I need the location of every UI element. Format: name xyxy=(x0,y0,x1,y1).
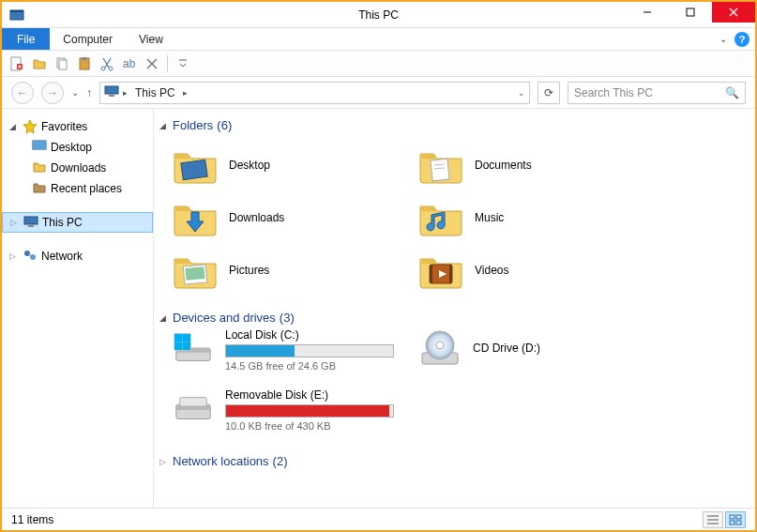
section-label: Devices and drives xyxy=(173,311,276,325)
svg-rect-35 xyxy=(449,265,452,283)
folder-label: Music xyxy=(475,211,504,224)
content-pane: ◢ Folders (6) Desktop Documents xyxy=(154,109,755,508)
chevron-right-icon[interactable]: ▸ xyxy=(183,88,188,98)
collapse-icon[interactable]: ◢ xyxy=(159,121,169,130)
tree-label: Favorites xyxy=(41,120,87,133)
help-icon[interactable]: ? xyxy=(734,32,749,47)
search-box[interactable]: Search This PC 🔍 xyxy=(568,82,746,104)
app-icon xyxy=(9,8,24,23)
tiles-view-button[interactable] xyxy=(725,511,746,528)
tree-favorites[interactable]: ◢ Favorites xyxy=(2,116,153,137)
section-count: (6) xyxy=(217,118,232,132)
folder-label: Desktop xyxy=(229,159,270,172)
capacity-bar xyxy=(225,404,394,418)
copy-icon[interactable] xyxy=(54,56,69,71)
section-label: Folders xyxy=(173,118,213,132)
this-pc-icon xyxy=(23,214,38,232)
file-tab[interactable]: File xyxy=(2,28,50,50)
svg-rect-22 xyxy=(24,217,38,224)
navigation-pane: ◢ Favorites Desktop Downloads Recent p xyxy=(2,109,154,508)
ribbon: File Computer View ⌄ ? xyxy=(2,28,755,51)
statusbar: 11 items xyxy=(2,508,755,530)
close-button[interactable] xyxy=(712,2,755,23)
breadcrumb-this-pc[interactable]: This PC xyxy=(131,86,179,99)
downloads-icon xyxy=(32,160,47,177)
rename-icon[interactable]: ab xyxy=(122,56,137,71)
capacity-bar xyxy=(225,344,394,357)
folder-downloads[interactable]: Downloads xyxy=(173,194,407,241)
collapse-icon[interactable]: ◢ xyxy=(9,122,19,131)
tree-network[interactable]: ▷ Network xyxy=(2,246,153,266)
address-bar[interactable]: ▸ This PC ▸ ⌄ xyxy=(99,82,530,104)
expand-icon[interactable]: ▷ xyxy=(159,457,169,466)
expand-icon[interactable]: ▷ xyxy=(9,251,19,261)
tree-label: Desktop xyxy=(51,141,92,154)
folder-videos[interactable]: Videos xyxy=(418,247,653,294)
folder-icon xyxy=(418,251,463,289)
svg-rect-27 xyxy=(181,160,207,179)
up-button[interactable]: ↑ xyxy=(86,86,92,99)
tab-computer[interactable]: Computer xyxy=(50,28,126,50)
folder-documents[interactable]: Documents xyxy=(418,142,653,189)
section-devices[interactable]: ◢ Devices and drives (3) xyxy=(159,307,746,328)
ribbon-expand-icon[interactable]: ⌄ xyxy=(719,34,727,44)
cut-icon[interactable] xyxy=(99,56,114,71)
drive-removable-e[interactable]: Removable Disk (E:) 10.0 KB free of 430 … xyxy=(159,388,394,441)
quick-access-toolbar: ab xyxy=(2,51,755,77)
drive-free-text: 10.0 KB free of 430 KB xyxy=(225,420,394,432)
this-pc-icon xyxy=(104,84,119,101)
svg-rect-54 xyxy=(736,515,741,519)
search-placeholder: Search This PC xyxy=(574,86,653,99)
hard-drive-icon xyxy=(173,328,214,368)
tree-label: Network xyxy=(41,250,83,263)
svg-point-46 xyxy=(436,342,444,349)
expand-icon[interactable]: ▷ xyxy=(10,218,20,227)
section-network-locations[interactable]: ▷ Network locations (2) xyxy=(159,450,746,472)
tree-item-downloads[interactable]: Downloads xyxy=(2,158,153,178)
folder-label: Videos xyxy=(475,264,508,277)
drive-cd-d[interactable]: CD Drive (D:) xyxy=(405,328,640,381)
drive-local-disk-c[interactable]: Local Disk (C:) 14.5 GB free of 24.6 GB xyxy=(159,328,394,381)
folder-music[interactable]: Music xyxy=(418,194,653,241)
drive-name: Removable Disk (E:) xyxy=(225,388,394,402)
capacity-fill xyxy=(226,345,295,357)
details-view-button[interactable] xyxy=(703,511,723,528)
folder-desktop[interactable]: Desktop xyxy=(173,142,407,189)
chevron-right-icon[interactable]: ▸ xyxy=(123,88,128,98)
section-folders[interactable]: ◢ Folders (6) xyxy=(159,114,746,136)
tree-item-desktop[interactable]: Desktop xyxy=(2,137,153,158)
forward-button[interactable]: → xyxy=(41,82,64,104)
open-icon[interactable] xyxy=(32,56,47,71)
drive-name: CD Drive (D:) xyxy=(473,342,540,355)
tree-item-recent-places[interactable]: Recent places xyxy=(2,178,153,199)
maximize-button[interactable] xyxy=(669,2,712,23)
recent-locations-icon[interactable]: ⌄ xyxy=(71,87,79,98)
tree-this-pc[interactable]: ▷ This PC xyxy=(2,212,153,233)
svg-rect-39 xyxy=(174,334,183,342)
folder-icon xyxy=(418,199,463,236)
svg-rect-11 xyxy=(82,57,87,60)
delete-icon[interactable] xyxy=(144,56,159,71)
drive-name: Local Disk (C:) xyxy=(225,328,394,342)
svg-rect-32 xyxy=(185,266,204,281)
back-button[interactable]: ← xyxy=(11,82,34,104)
address-dropdown-icon[interactable]: ⌄ xyxy=(518,88,525,98)
tab-view[interactable]: View xyxy=(126,28,176,50)
removable-drive-icon xyxy=(173,388,214,428)
svg-rect-21 xyxy=(33,141,46,149)
svg-rect-18 xyxy=(105,86,118,94)
refresh-button[interactable]: ⟳ xyxy=(537,82,560,104)
svg-rect-3 xyxy=(687,8,694,16)
collapse-icon[interactable]: ◢ xyxy=(159,313,169,323)
folder-label: Downloads xyxy=(229,211,284,224)
desktop-icon xyxy=(32,139,47,157)
body: ◢ Favorites Desktop Downloads Recent p xyxy=(2,109,755,508)
paste-icon[interactable] xyxy=(77,56,92,71)
svg-rect-23 xyxy=(28,225,34,227)
folder-icon xyxy=(173,199,218,236)
customize-toolbar-icon[interactable] xyxy=(175,56,190,71)
folder-pictures[interactable]: Pictures xyxy=(173,247,407,294)
minimize-button[interactable] xyxy=(626,2,669,23)
properties-icon[interactable] xyxy=(9,56,24,71)
star-icon xyxy=(23,119,38,134)
